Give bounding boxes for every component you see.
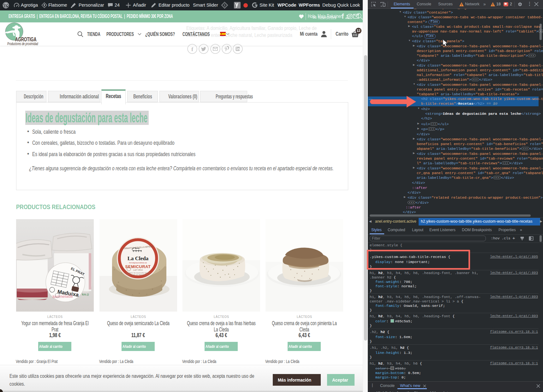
svg-text:formatgespecialista cat: formatgespecialista cat — [129, 262, 147, 264]
svg-text:La Cleda: La Cleda — [128, 255, 149, 261]
svg-text:Ingredients: llet crua d'ovell: Ingredients: llet crua d'ovella, ferment… — [126, 272, 151, 274]
svg-text:km.0: km.0 — [82, 293, 89, 296]
svg-text:LLET CRUA: LLET CRUA — [133, 269, 143, 271]
svg-text:SEMICURAT: SEMICURAT — [125, 264, 151, 269]
svg-text:lactics, quall i sal. Madurat: lactics, quall i sal. Madurat 60 dies — [127, 274, 149, 276]
svg-text:f: f — [191, 46, 193, 52]
